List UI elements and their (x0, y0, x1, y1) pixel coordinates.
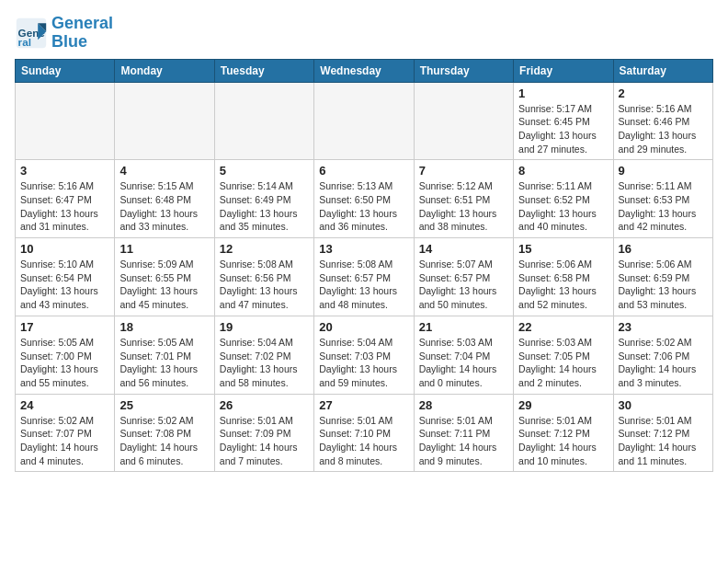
day-number: 26 (220, 398, 309, 412)
calendar-table: SundayMondayTuesdayWednesdayThursdayFrid… (15, 59, 713, 473)
calendar-day-cell: 7Sunrise: 5:12 AM Sunset: 6:51 PM Daylig… (414, 160, 513, 238)
weekday-header-wednesday: Wednesday (314, 59, 414, 82)
day-info: Sunrise: 5:08 AM Sunset: 6:57 PM Dayligh… (319, 258, 408, 312)
calendar-week-row: 17Sunrise: 5:05 AM Sunset: 7:00 PM Dayli… (16, 316, 713, 394)
day-info: Sunrise: 5:15 AM Sunset: 6:48 PM Dayligh… (119, 179, 209, 234)
day-number: 20 (319, 320, 408, 334)
calendar-day-cell: 11Sunrise: 5:09 AM Sunset: 6:55 PM Dayli… (115, 238, 214, 316)
day-info: Sunrise: 5:08 AM Sunset: 6:56 PM Dayligh… (220, 258, 309, 312)
day-number: 19 (220, 320, 309, 334)
day-info: Sunrise: 5:14 AM Sunset: 6:49 PM Dayligh… (220, 179, 309, 234)
calendar-day-cell: 10Sunrise: 5:10 AM Sunset: 6:54 PM Dayli… (16, 238, 115, 316)
day-info: Sunrise: 5:07 AM Sunset: 6:57 PM Dayligh… (419, 258, 508, 312)
day-info: Sunrise: 5:17 AM Sunset: 6:45 PM Dayligh… (518, 102, 608, 156)
calendar-day-cell: 2Sunrise: 5:16 AM Sunset: 6:46 PM Daylig… (613, 82, 712, 160)
day-info: Sunrise: 5:06 AM Sunset: 6:58 PM Dayligh… (518, 258, 608, 312)
calendar-day-cell: 9Sunrise: 5:11 AM Sunset: 6:53 PM Daylig… (613, 160, 712, 238)
day-info: Sunrise: 5:01 AM Sunset: 7:12 PM Dayligh… (518, 414, 608, 468)
logo: Gene ral General Blue (15, 15, 113, 52)
calendar-day-cell: 24Sunrise: 5:02 AM Sunset: 7:07 PM Dayli… (16, 394, 115, 472)
calendar-day-cell: 23Sunrise: 5:02 AM Sunset: 7:06 PM Dayli… (613, 316, 712, 394)
day-info: Sunrise: 5:01 AM Sunset: 7:12 PM Dayligh… (619, 414, 708, 468)
weekday-header-saturday: Saturday (613, 59, 712, 82)
day-info: Sunrise: 5:02 AM Sunset: 7:06 PM Dayligh… (619, 336, 708, 390)
day-number: 11 (119, 242, 209, 256)
calendar-day-cell: 1Sunrise: 5:17 AM Sunset: 6:45 PM Daylig… (514, 82, 613, 160)
calendar-day-cell: 30Sunrise: 5:01 AM Sunset: 7:12 PM Dayli… (613, 394, 712, 472)
calendar-day-cell: 14Sunrise: 5:07 AM Sunset: 6:57 PM Dayli… (414, 238, 513, 316)
calendar-day-cell: 25Sunrise: 5:02 AM Sunset: 7:08 PM Dayli… (115, 394, 214, 472)
calendar-day-cell: 19Sunrise: 5:04 AM Sunset: 7:02 PM Dayli… (214, 316, 313, 394)
calendar-day-cell: 22Sunrise: 5:03 AM Sunset: 7:05 PM Dayli… (514, 316, 613, 394)
day-info: Sunrise: 5:06 AM Sunset: 6:59 PM Dayligh… (619, 258, 708, 312)
day-info: Sunrise: 5:11 AM Sunset: 6:52 PM Dayligh… (518, 179, 608, 234)
calendar-day-cell: 16Sunrise: 5:06 AM Sunset: 6:59 PM Dayli… (613, 238, 712, 316)
day-number: 27 (319, 398, 408, 412)
day-number: 5 (220, 164, 309, 178)
logo-name: General Blue (51, 15, 113, 52)
day-number: 13 (319, 242, 408, 256)
day-number: 28 (419, 398, 508, 412)
calendar-day-cell: 4Sunrise: 5:15 AM Sunset: 6:48 PM Daylig… (115, 160, 214, 238)
calendar-week-row: 3Sunrise: 5:16 AM Sunset: 6:47 PM Daylig… (16, 160, 713, 238)
day-info: Sunrise: 5:16 AM Sunset: 6:46 PM Dayligh… (619, 102, 708, 156)
day-number: 4 (119, 164, 209, 178)
day-info: Sunrise: 5:03 AM Sunset: 7:05 PM Dayligh… (518, 336, 608, 390)
day-number: 6 (319, 164, 408, 178)
day-info: Sunrise: 5:04 AM Sunset: 7:03 PM Dayligh… (319, 336, 408, 390)
calendar-day-cell: 18Sunrise: 5:05 AM Sunset: 7:01 PM Dayli… (115, 316, 214, 394)
calendar-day-cell: 3Sunrise: 5:16 AM Sunset: 6:47 PM Daylig… (16, 160, 115, 238)
day-info: Sunrise: 5:09 AM Sunset: 6:55 PM Dayligh… (119, 258, 209, 312)
day-number: 14 (419, 242, 508, 256)
calendar-day-cell (214, 82, 313, 160)
calendar-day-cell: 26Sunrise: 5:01 AM Sunset: 7:09 PM Dayli… (214, 394, 313, 472)
day-number: 30 (619, 398, 708, 412)
day-number: 15 (518, 242, 608, 256)
day-info: Sunrise: 5:01 AM Sunset: 7:09 PM Dayligh… (220, 414, 309, 468)
calendar-week-row: 24Sunrise: 5:02 AM Sunset: 7:07 PM Dayli… (16, 394, 713, 472)
day-number: 16 (619, 242, 708, 256)
day-number: 2 (619, 86, 708, 100)
calendar-day-cell (414, 82, 513, 160)
day-info: Sunrise: 5:01 AM Sunset: 7:11 PM Dayligh… (419, 414, 508, 468)
day-number: 29 (518, 398, 608, 412)
weekday-header-friday: Friday (514, 59, 613, 82)
day-info: Sunrise: 5:12 AM Sunset: 6:51 PM Dayligh… (419, 179, 508, 234)
calendar-day-cell: 28Sunrise: 5:01 AM Sunset: 7:11 PM Dayli… (414, 394, 513, 472)
day-info: Sunrise: 5:02 AM Sunset: 7:07 PM Dayligh… (20, 414, 109, 468)
day-number: 18 (119, 320, 209, 334)
calendar-day-cell (314, 82, 414, 160)
calendar-day-cell: 29Sunrise: 5:01 AM Sunset: 7:12 PM Dayli… (514, 394, 613, 472)
weekday-header-sunday: Sunday (16, 59, 115, 82)
calendar-day-cell: 13Sunrise: 5:08 AM Sunset: 6:57 PM Dayli… (314, 238, 414, 316)
day-info: Sunrise: 5:03 AM Sunset: 7:04 PM Dayligh… (419, 336, 508, 390)
calendar-day-cell (16, 82, 115, 160)
day-number: 21 (419, 320, 508, 334)
day-info: Sunrise: 5:16 AM Sunset: 6:47 PM Dayligh… (20, 179, 109, 234)
day-number: 8 (518, 164, 608, 178)
weekday-header-row: SundayMondayTuesdayWednesdayThursdayFrid… (16, 59, 713, 82)
calendar-day-cell: 12Sunrise: 5:08 AM Sunset: 6:56 PM Dayli… (214, 238, 313, 316)
day-number: 10 (20, 242, 109, 256)
calendar-day-cell (115, 82, 214, 160)
day-info: Sunrise: 5:11 AM Sunset: 6:53 PM Dayligh… (619, 179, 708, 234)
day-info: Sunrise: 5:05 AM Sunset: 7:00 PM Dayligh… (20, 336, 109, 390)
calendar-day-cell: 17Sunrise: 5:05 AM Sunset: 7:00 PM Dayli… (16, 316, 115, 394)
day-info: Sunrise: 5:13 AM Sunset: 6:50 PM Dayligh… (319, 179, 408, 234)
logo-icon: Gene ral (15, 17, 48, 50)
day-info: Sunrise: 5:02 AM Sunset: 7:08 PM Dayligh… (119, 414, 209, 468)
calendar-week-row: 10Sunrise: 5:10 AM Sunset: 6:54 PM Dayli… (16, 238, 713, 316)
day-number: 17 (20, 320, 109, 334)
day-number: 24 (20, 398, 109, 412)
day-number: 23 (619, 320, 708, 334)
calendar-day-cell: 5Sunrise: 5:14 AM Sunset: 6:49 PM Daylig… (214, 160, 313, 238)
day-info: Sunrise: 5:10 AM Sunset: 6:54 PM Dayligh… (20, 258, 109, 312)
calendar-week-row: 1Sunrise: 5:17 AM Sunset: 6:45 PM Daylig… (16, 82, 713, 160)
day-info: Sunrise: 5:05 AM Sunset: 7:01 PM Dayligh… (119, 336, 209, 390)
day-number: 22 (518, 320, 608, 334)
calendar-day-cell: 15Sunrise: 5:06 AM Sunset: 6:58 PM Dayli… (514, 238, 613, 316)
weekday-header-monday: Monday (115, 59, 214, 82)
day-number: 12 (220, 242, 309, 256)
weekday-header-thursday: Thursday (414, 59, 513, 82)
calendar-day-cell: 8Sunrise: 5:11 AM Sunset: 6:52 PM Daylig… (514, 160, 613, 238)
